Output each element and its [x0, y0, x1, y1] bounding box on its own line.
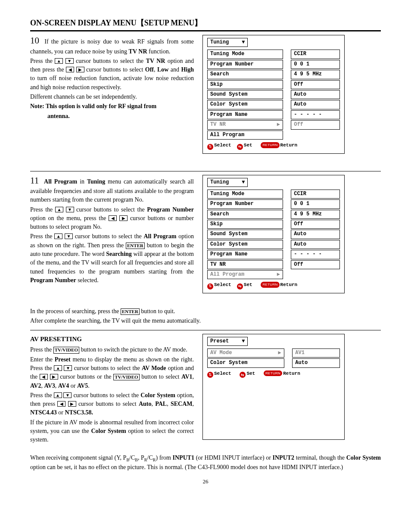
osd-table: Tuning ModeCCIRProgram Number0 0 1Search…: [207, 49, 340, 140]
osd-row: Sound SystemAuto: [207, 230, 340, 239]
osd-row-value: Auto: [291, 90, 340, 99]
up-arrow-icon: ▲: [55, 58, 63, 64]
up-arrow-icon: ▲: [54, 392, 62, 398]
right-arrow-icon: ▶: [277, 271, 280, 278]
select-icon: ⇅: [207, 372, 213, 378]
osd-row-value: Off: [291, 220, 340, 229]
osd-row: All Program▶: [207, 270, 340, 279]
set-icon: ⇆: [237, 283, 243, 289]
set-icon: ⇆: [237, 144, 243, 150]
osd-row-value: [291, 270, 340, 279]
return-pill-icon: RETURN: [264, 370, 282, 376]
osd-title: Preset▼: [207, 337, 248, 346]
osd-row: TV NR▶Off: [207, 120, 340, 129]
section-rule: [30, 330, 381, 330]
osd-row-value: 0 0 1: [291, 60, 340, 69]
osd-tuning-allprogram: Tuning▼ Tuning ModeCCIRProgram Number0 0…: [202, 175, 345, 293]
osd-row-value: Off: [291, 260, 340, 269]
step-number-11: 11: [30, 175, 39, 186]
osd-row: AV Mode▶AV1: [207, 348, 340, 358]
osd-row-value: Off: [291, 120, 340, 129]
osd-table: AV Mode▶AV1Color SystemAuto: [207, 348, 340, 369]
down-arrow-icon: ▼: [65, 233, 73, 239]
right-arrow-icon: ▶: [277, 121, 280, 128]
menu-down-icon: ▼: [242, 39, 245, 45]
osd-row-value: Auto: [291, 240, 340, 249]
osd-row: Program Number0 0 1: [207, 199, 340, 208]
up-arrow-icon: ▲: [55, 207, 63, 212]
page-number: 26: [30, 478, 381, 486]
menu-down-icon: ▼: [242, 179, 245, 185]
return-pill-icon: RETURN: [261, 282, 279, 288]
osd-row-label: Color System: [207, 100, 283, 109]
osd-row-value: - - - - -: [291, 110, 340, 119]
osd-row-value: Auto: [291, 230, 340, 239]
osd-row: Color SystemAuto: [207, 240, 340, 249]
right-arrow-icon: ▶: [76, 67, 84, 72]
osd-row: Search4 9 5 MHz: [207, 210, 340, 219]
left-arrow-icon: ◀: [66, 67, 74, 72]
osd-title: Tuning▼: [207, 178, 248, 187]
osd-row: SkipOff: [207, 220, 340, 229]
osd-row-label: TV NR▶: [207, 120, 283, 129]
select-icon: ⇅: [207, 283, 213, 289]
osd-row-label: Color System: [207, 240, 283, 249]
av-presetting-heading: AV PRESETTING: [30, 335, 194, 344]
right-arrow-icon: ▶: [119, 215, 128, 221]
step-11-text: 11 All Program in Tuning menu can automa…: [30, 174, 194, 306]
up-arrow-icon: ▲: [54, 233, 62, 239]
right-arrow-icon: ▶: [50, 374, 58, 380]
osd-row-label: All Program: [207, 131, 283, 140]
tv-video-button-icon: TV/VIDEO: [53, 347, 79, 353]
osd-row-value: Auto: [291, 100, 340, 109]
menu-down-icon: ▼: [242, 338, 245, 344]
av-presetting-text: AV PRESETTING Press the TV/VIDEO button …: [30, 333, 194, 453]
heading-rule: [30, 30, 381, 31]
osd-row: Program Name- - - - -: [207, 250, 340, 259]
osd-row-value: AV1: [292, 348, 340, 358]
left-arrow-icon: ◀: [109, 215, 117, 221]
osd-row-label: Sound System: [207, 230, 283, 239]
osd-row-value: 4 9 5 MHz: [291, 70, 340, 79]
osd-row-label: Program Number: [207, 199, 283, 208]
osd-row: TV NROff: [207, 260, 340, 269]
osd-row: Sound SystemAuto: [207, 90, 340, 99]
tv-video-button-icon: TV/VIDEO: [113, 374, 139, 380]
return-pill-icon: RETURN: [261, 142, 279, 148]
osd-row-label: Search: [207, 210, 283, 219]
osd-row: Search4 9 5 MHz: [207, 70, 340, 79]
osd-row: Tuning ModeCCIR: [207, 190, 340, 199]
osd-row: Color SystemAuto: [207, 100, 340, 109]
osd-row-label: Tuning Mode: [207, 190, 283, 199]
down-arrow-icon: ▼: [63, 392, 72, 398]
osd-title: Tuning▼: [207, 38, 248, 47]
osd-row: Color SystemAuto: [207, 358, 340, 367]
osd-row-value: Auto: [292, 358, 340, 367]
osd-footer: ⇅Select ⇆Set RETURNReturn: [207, 370, 340, 378]
right-arrow-icon: ▶: [278, 349, 281, 357]
osd-row-value: CCIR: [291, 190, 340, 199]
osd-row-value: 0 0 1: [291, 199, 340, 208]
osd-preset: Preset▼ AV Mode▶AV1Color SystemAuto ⇅Sel…: [202, 334, 345, 440]
osd-row-label: Program Number: [207, 60, 283, 69]
up-arrow-icon: ▲: [54, 365, 62, 371]
osd-row-value: - - - - -: [291, 250, 340, 259]
down-arrow-icon: ▼: [64, 365, 72, 371]
page-title: ON-SCREEN DISPLAY MENU【SETUP MENU】: [30, 17, 381, 28]
section-rule: [30, 171, 381, 171]
osd-row-label: Skip: [207, 220, 283, 229]
osd-row-value: [291, 131, 340, 140]
osd-row-label: Search: [207, 70, 283, 79]
osd-table: Tuning ModeCCIRProgram Number0 0 1Search…: [207, 189, 340, 280]
osd-row-label: Program Name: [207, 250, 283, 259]
osd-row-label: All Program▶: [207, 270, 283, 279]
down-arrow-icon: ▼: [66, 207, 74, 212]
osd-row-value: CCIR: [291, 50, 340, 59]
osd-row: Tuning ModeCCIR: [207, 50, 340, 59]
right-arrow-icon: ▶: [68, 401, 76, 407]
osd-row-label: TV NR: [207, 260, 283, 269]
osd-footer: ⇅Select ⇆Set RETURNReturn: [207, 142, 340, 150]
osd-row-label: Skip: [207, 80, 283, 89]
osd-footer: ⇅Select ⇆Set RETURNReturn: [207, 282, 340, 289]
osd-row: Program Number0 0 1: [207, 60, 340, 69]
